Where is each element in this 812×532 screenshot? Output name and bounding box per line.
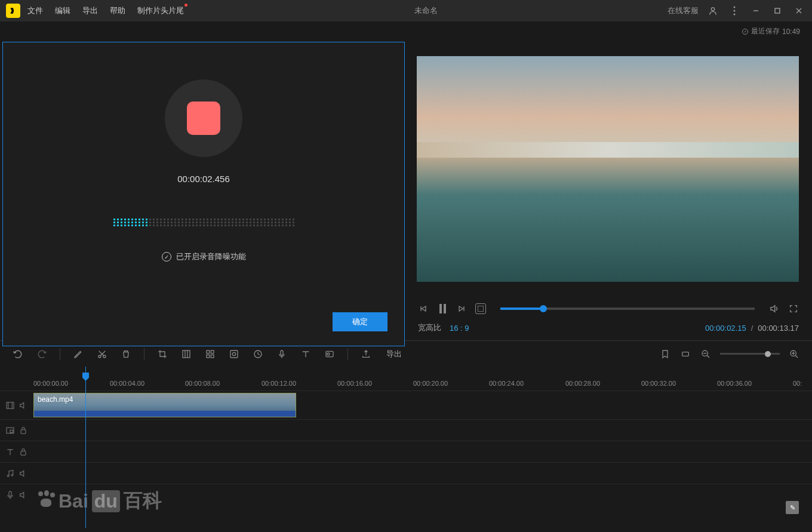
- tick: 00:00:04.00: [110, 380, 144, 387]
- video-clip[interactable]: beach.mp4: [33, 393, 296, 417]
- redo-button[interactable]: [36, 348, 48, 360]
- cut-button[interactable]: [96, 348, 108, 360]
- maximize-button[interactable]: [770, 4, 785, 18]
- undo-button[interactable]: [12, 348, 24, 360]
- tick: 00:00:32.00: [641, 380, 676, 387]
- svg-marker-52: [20, 492, 24, 497]
- svg-rect-31: [281, 350, 283, 355]
- filter-button[interactable]: [324, 348, 336, 360]
- export-icon[interactable]: [360, 348, 372, 360]
- svg-rect-25: [211, 355, 214, 358]
- zoom-in-button[interactable]: [788, 348, 800, 360]
- tick: 00:00:12.00: [262, 380, 296, 387]
- mosaic-button[interactable]: [180, 348, 192, 360]
- timeline-ruler[interactable]: 00:00:00.00 00:00:04.00 00:00:08.00 00:0…: [0, 367, 812, 390]
- svg-line-30: [258, 354, 260, 355]
- svg-point-0: [711, 8, 714, 11]
- pause-button[interactable]: [437, 303, 448, 314]
- text-button[interactable]: [300, 348, 312, 360]
- edit-corner-button[interactable]: ✎: [786, 501, 799, 514]
- clip-label: beach.mp4: [38, 395, 73, 404]
- total-time: 00:00:13.17: [758, 324, 799, 333]
- customer-service-link[interactable]: 在线客服: [668, 5, 699, 16]
- save-status-label: 最近保存: [751, 26, 780, 36]
- main-menu: 文件 编辑 导出 帮助 制作片头片尾: [27, 5, 184, 16]
- delete-button[interactable]: [120, 348, 132, 360]
- stop-button[interactable]: [475, 303, 486, 314]
- edit-icon[interactable]: [72, 348, 84, 360]
- record-stop-button[interactable]: [165, 79, 242, 157]
- stop-icon: [187, 102, 220, 135]
- tick: 00:00:00.00: [33, 380, 68, 387]
- svg-marker-14: [771, 306, 775, 312]
- titlebar: 文件 编辑 导出 帮助 制作片头片尾 未命名 在线客服: [0, 0, 812, 21]
- menu-intro-outro[interactable]: 制作片头片尾: [137, 5, 184, 16]
- video-preview[interactable]: [417, 56, 799, 282]
- user-icon[interactable]: [706, 4, 720, 18]
- pip-track[interactable]: [0, 419, 812, 441]
- svg-rect-48: [21, 429, 26, 433]
- svg-point-33: [327, 353, 330, 355]
- grid-button[interactable]: [204, 348, 216, 360]
- menu-file[interactable]: 文件: [27, 5, 43, 16]
- confirm-button[interactable]: 确定: [333, 312, 387, 331]
- preview-panel: 宽高比 16 : 9 00:00:02.15 / 00:00:13.17: [405, 21, 812, 327]
- video-track-head: [0, 401, 33, 410]
- svg-marker-50: [20, 471, 24, 476]
- svg-rect-47: [10, 430, 13, 432]
- noise-reduction-status: ✓ 已开启录音降噪功能: [162, 251, 246, 262]
- svg-rect-49: [21, 451, 26, 455]
- tick: 00:00:28.00: [565, 380, 600, 387]
- prev-frame-button[interactable]: [418, 303, 429, 314]
- svg-line-41: [795, 355, 798, 358]
- progress-bar[interactable]: [500, 307, 755, 310]
- tick: 00:00:20.00: [413, 380, 448, 387]
- zoom-thumb[interactable]: [765, 351, 771, 357]
- zoom-slider[interactable]: [720, 353, 780, 355]
- freeze-button[interactable]: [228, 348, 240, 360]
- video-track[interactable]: beach.mp4: [0, 390, 812, 419]
- zoom-out-button[interactable]: [700, 348, 712, 360]
- playhead[interactable]: [85, 367, 86, 528]
- menu-help[interactable]: 帮助: [110, 5, 125, 16]
- export-button[interactable]: 导出: [386, 349, 402, 359]
- svg-rect-22: [207, 350, 210, 353]
- next-frame-button[interactable]: [456, 303, 467, 314]
- svg-rect-26: [230, 350, 238, 358]
- fit-button[interactable]: [679, 348, 691, 360]
- app-logo: [6, 4, 20, 18]
- menu-export[interactable]: 导出: [82, 5, 98, 16]
- check-icon: ✓: [162, 252, 171, 262]
- tick: 00:00:08.00: [185, 380, 220, 387]
- audio-track[interactable]: [0, 462, 812, 484]
- volume-button[interactable]: [769, 303, 780, 314]
- minimize-button[interactable]: [749, 4, 763, 18]
- tick: 00:00:36.00: [717, 380, 752, 387]
- tick: 00:00:24.00: [489, 380, 524, 387]
- tick: 00:00:16.00: [337, 380, 372, 387]
- svg-point-3: [734, 14, 736, 16]
- marker-button[interactable]: [659, 348, 671, 360]
- progress-thumb[interactable]: [540, 305, 547, 312]
- svg-point-2: [734, 10, 736, 12]
- current-time: 00:00:02.15: [705, 324, 746, 333]
- fullscreen-button[interactable]: [788, 303, 799, 314]
- audio-waveform: [113, 217, 294, 227]
- text-track[interactable]: [0, 441, 812, 462]
- svg-rect-34: [682, 352, 689, 356]
- aspect-time-row: 宽高比 16 : 9 00:00:02.15 / 00:00:13.17: [417, 322, 800, 333]
- aspect-label: 宽高比: [418, 322, 441, 333]
- svg-marker-11: [459, 306, 463, 311]
- close-button[interactable]: [792, 4, 806, 18]
- speed-button[interactable]: [252, 348, 264, 360]
- more-icon[interactable]: [727, 4, 742, 18]
- playback-controls: [417, 303, 800, 314]
- voice-track[interactable]: [0, 484, 812, 505]
- svg-point-27: [232, 352, 235, 355]
- recording-dialog: 00:00:02.456 ✓ 已开启录音降噪功能 确定: [2, 42, 405, 346]
- aspect-value[interactable]: 16 : 9: [450, 324, 469, 333]
- svg-marker-9: [422, 306, 426, 311]
- microphone-button[interactable]: [276, 348, 288, 360]
- menu-edit[interactable]: 编辑: [55, 5, 70, 16]
- crop-button[interactable]: [156, 348, 168, 360]
